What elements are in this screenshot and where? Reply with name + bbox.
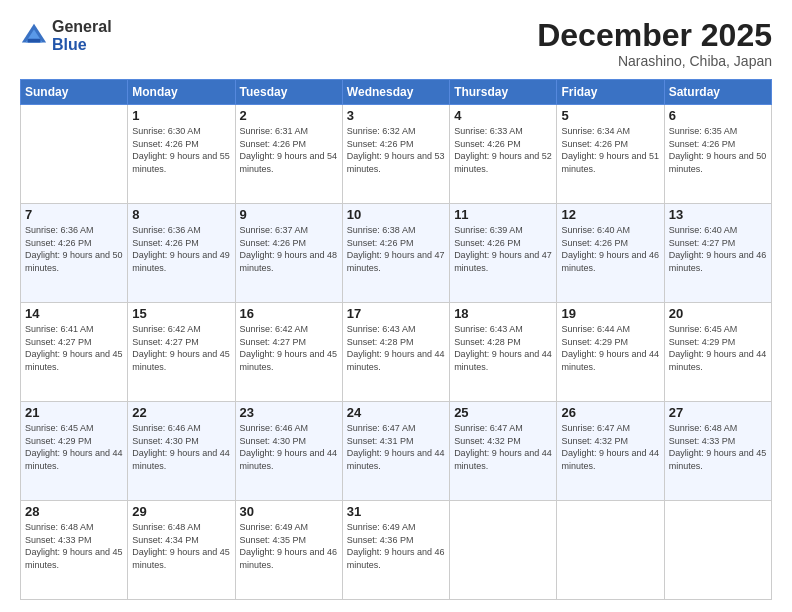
- day-cell: 6 Sunrise: 6:35 AMSunset: 4:26 PMDayligh…: [664, 105, 771, 204]
- day-number: 15: [132, 306, 230, 321]
- day-number: 30: [240, 504, 338, 519]
- day-cell: 3 Sunrise: 6:32 AMSunset: 4:26 PMDayligh…: [342, 105, 449, 204]
- day-number: 14: [25, 306, 123, 321]
- location: Narashino, Chiba, Japan: [537, 53, 772, 69]
- day-header-friday: Friday: [557, 80, 664, 105]
- day-cell: 10 Sunrise: 6:38 AMSunset: 4:26 PMDaylig…: [342, 204, 449, 303]
- day-cell: 25 Sunrise: 6:47 AMSunset: 4:32 PMDaylig…: [450, 402, 557, 501]
- day-cell: 5 Sunrise: 6:34 AMSunset: 4:26 PMDayligh…: [557, 105, 664, 204]
- day-cell: 17 Sunrise: 6:43 AMSunset: 4:28 PMDaylig…: [342, 303, 449, 402]
- day-cell: [21, 105, 128, 204]
- day-number: 6: [669, 108, 767, 123]
- day-info: Sunrise: 6:45 AMSunset: 4:29 PMDaylight:…: [669, 324, 767, 372]
- day-info: Sunrise: 6:46 AMSunset: 4:30 PMDaylight:…: [240, 423, 338, 471]
- day-number: 12: [561, 207, 659, 222]
- day-cell: 27 Sunrise: 6:48 AMSunset: 4:33 PMDaylig…: [664, 402, 771, 501]
- day-info: Sunrise: 6:38 AMSunset: 4:26 PMDaylight:…: [347, 225, 445, 273]
- day-header-thursday: Thursday: [450, 80, 557, 105]
- day-number: 19: [561, 306, 659, 321]
- day-cell: 30 Sunrise: 6:49 AMSunset: 4:35 PMDaylig…: [235, 501, 342, 600]
- day-cell: 7 Sunrise: 6:36 AMSunset: 4:26 PMDayligh…: [21, 204, 128, 303]
- day-cell: 22 Sunrise: 6:46 AMSunset: 4:30 PMDaylig…: [128, 402, 235, 501]
- day-number: 26: [561, 405, 659, 420]
- day-info: Sunrise: 6:47 AMSunset: 4:31 PMDaylight:…: [347, 423, 445, 471]
- day-info: Sunrise: 6:36 AMSunset: 4:26 PMDaylight:…: [132, 225, 230, 273]
- day-number: 2: [240, 108, 338, 123]
- day-info: Sunrise: 6:32 AMSunset: 4:26 PMDaylight:…: [347, 126, 445, 174]
- day-info: Sunrise: 6:42 AMSunset: 4:27 PMDaylight:…: [132, 324, 230, 372]
- day-cell: 2 Sunrise: 6:31 AMSunset: 4:26 PMDayligh…: [235, 105, 342, 204]
- day-cell: 15 Sunrise: 6:42 AMSunset: 4:27 PMDaylig…: [128, 303, 235, 402]
- logo-general: General: [52, 18, 112, 36]
- logo-icon: [20, 22, 48, 50]
- day-number: 18: [454, 306, 552, 321]
- day-info: Sunrise: 6:42 AMSunset: 4:27 PMDaylight:…: [240, 324, 338, 372]
- day-number: 7: [25, 207, 123, 222]
- day-number: 11: [454, 207, 552, 222]
- title-block: December 2025 Narashino, Chiba, Japan: [537, 18, 772, 69]
- day-cell: 12 Sunrise: 6:40 AMSunset: 4:26 PMDaylig…: [557, 204, 664, 303]
- day-number: 20: [669, 306, 767, 321]
- calendar-table: SundayMondayTuesdayWednesdayThursdayFrid…: [20, 79, 772, 600]
- day-info: Sunrise: 6:48 AMSunset: 4:33 PMDaylight:…: [25, 522, 123, 570]
- day-cell: 23 Sunrise: 6:46 AMSunset: 4:30 PMDaylig…: [235, 402, 342, 501]
- week-row-3: 21 Sunrise: 6:45 AMSunset: 4:29 PMDaylig…: [21, 402, 772, 501]
- calendar-header: SundayMondayTuesdayWednesdayThursdayFrid…: [21, 80, 772, 105]
- calendar-body: 1 Sunrise: 6:30 AMSunset: 4:26 PMDayligh…: [21, 105, 772, 600]
- week-row-0: 1 Sunrise: 6:30 AMSunset: 4:26 PMDayligh…: [21, 105, 772, 204]
- day-info: Sunrise: 6:44 AMSunset: 4:29 PMDaylight:…: [561, 324, 659, 372]
- day-info: Sunrise: 6:43 AMSunset: 4:28 PMDaylight:…: [454, 324, 552, 372]
- day-info: Sunrise: 6:41 AMSunset: 4:27 PMDaylight:…: [25, 324, 123, 372]
- day-number: 1: [132, 108, 230, 123]
- day-cell: 1 Sunrise: 6:30 AMSunset: 4:26 PMDayligh…: [128, 105, 235, 204]
- day-number: 21: [25, 405, 123, 420]
- svg-rect-2: [27, 38, 40, 42]
- day-number: 28: [25, 504, 123, 519]
- day-number: 4: [454, 108, 552, 123]
- day-cell: 26 Sunrise: 6:47 AMSunset: 4:32 PMDaylig…: [557, 402, 664, 501]
- day-number: 16: [240, 306, 338, 321]
- day-info: Sunrise: 6:35 AMSunset: 4:26 PMDaylight:…: [669, 126, 767, 174]
- day-info: Sunrise: 6:48 AMSunset: 4:33 PMDaylight:…: [669, 423, 767, 471]
- day-cell: 9 Sunrise: 6:37 AMSunset: 4:26 PMDayligh…: [235, 204, 342, 303]
- day-info: Sunrise: 6:37 AMSunset: 4:26 PMDaylight:…: [240, 225, 338, 273]
- day-header-saturday: Saturday: [664, 80, 771, 105]
- day-number: 24: [347, 405, 445, 420]
- header: General Blue December 2025 Narashino, Ch…: [20, 18, 772, 69]
- day-cell: 20 Sunrise: 6:45 AMSunset: 4:29 PMDaylig…: [664, 303, 771, 402]
- day-number: 10: [347, 207, 445, 222]
- day-info: Sunrise: 6:31 AMSunset: 4:26 PMDaylight:…: [240, 126, 338, 174]
- day-cell: 21 Sunrise: 6:45 AMSunset: 4:29 PMDaylig…: [21, 402, 128, 501]
- day-info: Sunrise: 6:39 AMSunset: 4:26 PMDaylight:…: [454, 225, 552, 273]
- day-number: 23: [240, 405, 338, 420]
- day-cell: 28 Sunrise: 6:48 AMSunset: 4:33 PMDaylig…: [21, 501, 128, 600]
- day-info: Sunrise: 6:48 AMSunset: 4:34 PMDaylight:…: [132, 522, 230, 570]
- logo: General Blue: [20, 18, 112, 53]
- day-info: Sunrise: 6:40 AMSunset: 4:26 PMDaylight:…: [561, 225, 659, 273]
- day-info: Sunrise: 6:49 AMSunset: 4:35 PMDaylight:…: [240, 522, 338, 570]
- day-info: Sunrise: 6:47 AMSunset: 4:32 PMDaylight:…: [561, 423, 659, 471]
- week-row-2: 14 Sunrise: 6:41 AMSunset: 4:27 PMDaylig…: [21, 303, 772, 402]
- day-info: Sunrise: 6:33 AMSunset: 4:26 PMDaylight:…: [454, 126, 552, 174]
- day-cell: [450, 501, 557, 600]
- day-number: 25: [454, 405, 552, 420]
- day-number: 31: [347, 504, 445, 519]
- day-info: Sunrise: 6:45 AMSunset: 4:29 PMDaylight:…: [25, 423, 123, 471]
- day-header-wednesday: Wednesday: [342, 80, 449, 105]
- day-cell: [557, 501, 664, 600]
- day-cell: 11 Sunrise: 6:39 AMSunset: 4:26 PMDaylig…: [450, 204, 557, 303]
- week-row-1: 7 Sunrise: 6:36 AMSunset: 4:26 PMDayligh…: [21, 204, 772, 303]
- logo-blue: Blue: [52, 36, 112, 54]
- day-number: 27: [669, 405, 767, 420]
- day-header-tuesday: Tuesday: [235, 80, 342, 105]
- day-number: 29: [132, 504, 230, 519]
- day-number: 13: [669, 207, 767, 222]
- day-info: Sunrise: 6:40 AMSunset: 4:27 PMDaylight:…: [669, 225, 767, 273]
- week-row-4: 28 Sunrise: 6:48 AMSunset: 4:33 PMDaylig…: [21, 501, 772, 600]
- day-number: 5: [561, 108, 659, 123]
- day-cell: 4 Sunrise: 6:33 AMSunset: 4:26 PMDayligh…: [450, 105, 557, 204]
- day-info: Sunrise: 6:34 AMSunset: 4:26 PMDaylight:…: [561, 126, 659, 174]
- day-cell: 29 Sunrise: 6:48 AMSunset: 4:34 PMDaylig…: [128, 501, 235, 600]
- day-cell: 14 Sunrise: 6:41 AMSunset: 4:27 PMDaylig…: [21, 303, 128, 402]
- day-info: Sunrise: 6:46 AMSunset: 4:30 PMDaylight:…: [132, 423, 230, 471]
